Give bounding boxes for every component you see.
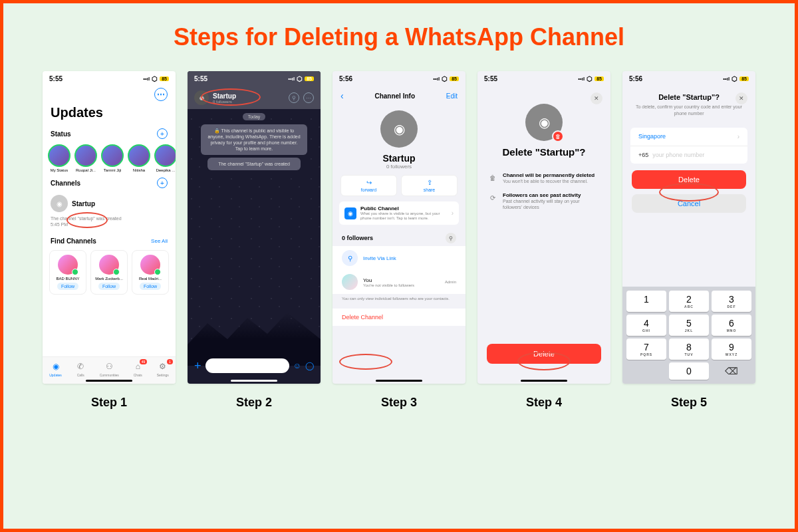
- battery-icon: 85: [595, 76, 604, 81]
- invite-link-item[interactable]: ⚲ Invite Via Link: [332, 246, 466, 270]
- follow-button[interactable]: Follow: [98, 283, 120, 290]
- public-channel-card[interactable]: ◉ Public Channel What you share is visib…: [339, 201, 459, 225]
- camera-icon[interactable]: ◯: [305, 361, 314, 370]
- status-icons: ••ıl⬡85: [578, 75, 604, 82]
- step-4-phone: 5:55 ••ıl⬡85 ✕ ◉🗑 Delete "Startup"? 🗑 Ch…: [477, 71, 610, 384]
- trash-icon: 🗑: [488, 173, 497, 182]
- message-input[interactable]: [205, 358, 289, 373]
- find-card[interactable]: Real Madri...Follow: [132, 250, 169, 295]
- signal-icon: ••ıl: [288, 76, 295, 82]
- find-card[interactable]: BAD BUNNYFollow: [49, 250, 86, 295]
- phone-input-row[interactable]: +65 your phone number: [630, 146, 747, 164]
- you-list-item[interactable]: You You're not visible to followers Admi…: [332, 270, 466, 294]
- avatar: [154, 144, 176, 167]
- close-icon[interactable]: ✕: [591, 92, 602, 104]
- delete-button[interactable]: Delete: [632, 170, 746, 189]
- channels-label: Channels: [51, 180, 80, 187]
- channel-avatar-icon: ◉: [51, 195, 68, 212]
- avatar: [128, 144, 150, 167]
- delete-title: Delete "Startup"?: [477, 146, 610, 158]
- status-item[interactable]: Roopal Ji...: [74, 144, 97, 172]
- add-channel-icon[interactable]: +: [157, 178, 168, 188]
- wifi-icon: ⬡: [442, 75, 448, 82]
- verified-icon: [154, 269, 161, 275]
- tab-communities[interactable]: ⚇Communities: [100, 361, 119, 377]
- key-5[interactable]: 5JKL: [669, 315, 709, 336]
- public-icon: ◉: [344, 207, 356, 219]
- avatar: [101, 144, 124, 167]
- status-item[interactable]: My Status: [48, 144, 70, 172]
- add-status-icon[interactable]: +: [157, 128, 168, 139]
- channel-created-text: The channel "startup" was created: [43, 216, 176, 221]
- follow-button[interactable]: Follow: [57, 283, 78, 290]
- status-time: 5:56: [629, 75, 642, 82]
- status-item[interactable]: Tammi Jiji: [101, 144, 124, 172]
- cancel-button[interactable]: Cancel: [632, 194, 746, 213]
- avatar: [48, 144, 70, 167]
- attach-icon[interactable]: +: [194, 359, 201, 373]
- step-5-phone: 5:56 ••ıl⬡85 ✕ Delete "Startup"? To dele…: [622, 71, 755, 384]
- channel-name: Startup: [213, 92, 285, 100]
- followers-note: You can only view individual followers w…: [332, 294, 466, 305]
- home-indicator: [86, 380, 132, 382]
- status-time: 5:55: [49, 75, 63, 82]
- share-icon: ⇪: [427, 179, 432, 186]
- key-3[interactable]: 3DEF: [712, 291, 751, 312]
- tab-chats[interactable]: ⌂Chats49: [132, 361, 143, 377]
- forward-button[interactable]: ↪forward: [340, 175, 397, 196]
- more-icon[interactable]: ⋯: [154, 88, 168, 101]
- chat-header[interactable]: ◉ Startup 0 followers ⚲ ⋯: [188, 86, 321, 109]
- message-input-bar: + ☺ ◯: [188, 354, 321, 377]
- find-card[interactable]: Mark Zuckerb...Follow: [90, 250, 128, 295]
- share-button[interactable]: ⇪share: [401, 175, 458, 196]
- key-8[interactable]: 8TUV: [669, 338, 709, 360]
- status-icons: ••ıl⬡85: [288, 75, 314, 82]
- delete-button[interactable]: Delete: [487, 344, 601, 364]
- status-icons: ••ıl⬡85: [723, 75, 749, 82]
- follow-button[interactable]: Follow: [140, 283, 161, 290]
- key-2[interactable]: 2ABC: [669, 291, 709, 312]
- country-selector[interactable]: Singapore ›: [630, 128, 747, 146]
- step-1-label: Step 1: [91, 396, 127, 410]
- channel-avatar-icon[interactable]: ◉: [380, 110, 418, 148]
- phone-placeholder: your phone number: [652, 152, 704, 158]
- key-backspace[interactable]: ⌫: [712, 362, 751, 380]
- channel-name: Startup: [72, 200, 95, 207]
- link-icon[interactable]: ⚲: [289, 92, 299, 103]
- trash-icon: 🗑: [552, 130, 564, 142]
- status-item[interactable]: Nitisha: [128, 144, 150, 172]
- step-4-column: 5:55 ••ıl⬡85 ✕ ◉🗑 Delete "Startup"? 🗑 Ch…: [477, 71, 610, 410]
- status-icons: ••ıl⬡85: [433, 75, 459, 82]
- privacy-info-bubble[interactable]: 🔒 This channel is public and visible to …: [201, 124, 307, 155]
- key-0[interactable]: 0: [669, 362, 709, 380]
- key-1[interactable]: 1: [626, 291, 666, 312]
- key-7[interactable]: 7PQRS: [626, 338, 666, 360]
- forward-icon: ↪: [366, 179, 372, 186]
- back-icon[interactable]: ‹: [340, 90, 344, 101]
- step-3-label: Step 3: [381, 396, 417, 410]
- step-1-phone: 5:55 ••ıl ⬡ 85 ⋯ Updates Status + My Sta: [43, 71, 176, 384]
- status-item[interactable]: Deepika ...: [154, 144, 176, 172]
- key-4[interactable]: 4GHI: [626, 315, 666, 336]
- channel-avatar-icon: ◉: [194, 90, 209, 105]
- followers-header: 0 followers ⚲: [332, 230, 466, 246]
- action-row: ↪forward ⇪share: [332, 175, 466, 196]
- avatar: [58, 255, 78, 275]
- delete-channel-button[interactable]: Delete Channel: [332, 309, 466, 326]
- see-all-link[interactable]: See All: [151, 238, 168, 244]
- chats-badge: 49: [140, 359, 148, 364]
- sticker-icon[interactable]: ☺: [293, 361, 301, 370]
- more-icon[interactable]: ⋯: [303, 92, 314, 103]
- key-9[interactable]: 9WXYZ: [712, 338, 751, 360]
- step-5-column: 5:56 ••ıl⬡85 ✕ Delete "Startup"? To dele…: [622, 71, 755, 410]
- edit-link[interactable]: Edit: [446, 92, 458, 100]
- close-icon[interactable]: ✕: [735, 92, 747, 104]
- channel-item-startup[interactable]: ◉ Startup: [43, 191, 176, 216]
- search-icon[interactable]: ⚲: [446, 233, 456, 243]
- key-6[interactable]: 6MNO: [712, 315, 751, 336]
- step-2-phone: 5:55 ••ıl⬡85 ◉ Startup 0 followers ⚲ ⋯: [188, 71, 321, 384]
- tab-calls[interactable]: ✆Calls: [75, 361, 86, 377]
- tab-settings[interactable]: ⚙Settings1: [157, 361, 169, 377]
- step-2-column: 5:55 ••ıl⬡85 ◉ Startup 0 followers ⚲ ⋯: [188, 71, 321, 410]
- tab-updates[interactable]: ◉Updates: [49, 361, 62, 377]
